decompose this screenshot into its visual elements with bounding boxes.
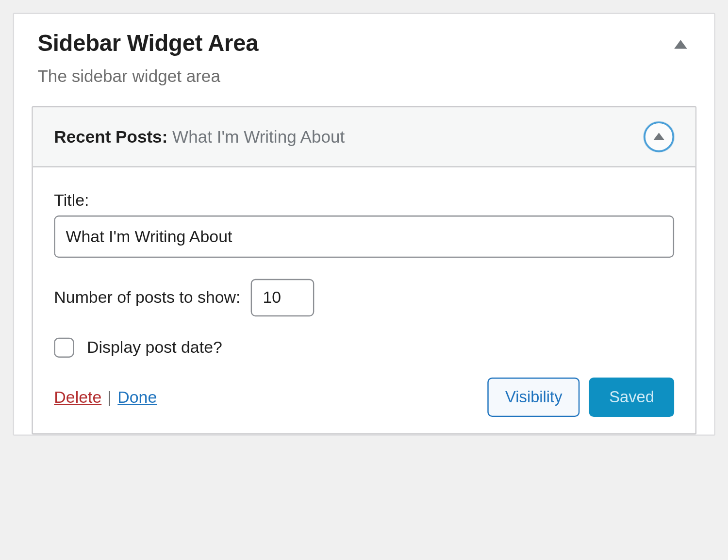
widget-header[interactable]: Recent Posts: What I'm Writing About [33,107,695,167]
panel-header-text: Sidebar Widget Area The sidebar widget a… [37,31,674,86]
visibility-button[interactable]: Visibility [488,378,580,417]
title-input[interactable] [54,215,674,258]
post-count-field: Number of posts to show: [54,279,674,316]
widget-collapse-toggle[interactable] [644,121,674,152]
widget-actions: Delete | Done Visibility Saved [54,374,674,417]
widget-title: Recent Posts: What I'm Writing About [54,127,644,147]
widget-name: What I'm Writing About [172,127,345,146]
widget-body: Title: Number of posts to show: Display … [33,167,695,433]
post-count-input[interactable] [251,279,314,316]
done-link[interactable]: Done [117,388,157,407]
saved-button[interactable]: Saved [589,378,674,417]
widget-type-label: Recent Posts [54,127,162,146]
chevron-up-icon[interactable] [674,40,687,49]
panel-header[interactable]: Sidebar Widget Area The sidebar widget a… [14,14,714,106]
title-label: Title: [54,191,674,210]
display-date-field: Display post date? [54,338,674,358]
display-date-checkbox[interactable] [54,338,74,358]
chevron-up-icon [654,132,664,140]
widget-title-colon: : [162,127,172,146]
delete-link[interactable]: Delete [54,388,101,407]
title-field: Title: [54,191,674,258]
panel-description: The sidebar widget area [37,67,674,86]
display-date-label: Display post date? [87,338,222,357]
widget-recent-posts: Recent Posts: What I'm Writing About Tit… [32,106,696,434]
panel-title: Sidebar Widget Area [37,31,674,56]
sidebar-widget-area-panel: Sidebar Widget Area The sidebar widget a… [13,13,715,436]
action-separator: | [107,388,112,407]
post-count-label: Number of posts to show: [54,288,240,307]
